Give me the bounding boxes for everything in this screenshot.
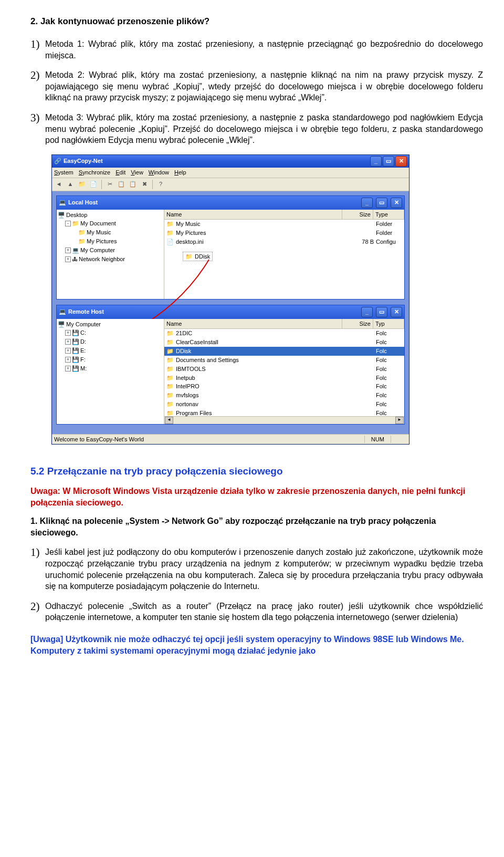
column-header[interactable]: Size [342, 210, 373, 220]
file-icon: 📁 [166, 347, 174, 355]
remote-columns: NameSizeTyp [164, 319, 404, 329]
tree-item[interactable]: - 📁 My Document [58, 219, 163, 228]
list-number: 1) [30, 37, 40, 51]
list-row[interactable]: 📁nortonavFolc [164, 400, 404, 409]
expand-icon[interactable]: + [65, 339, 71, 345]
delete-icon[interactable]: ✖ [140, 180, 149, 189]
expand-icon[interactable] [72, 239, 77, 244]
expand-icon[interactable]: + [65, 256, 71, 262]
column-header[interactable]: Name [164, 319, 342, 329]
tree-item[interactable]: 📁 My Pictures [58, 237, 163, 246]
window-title: EasyCopy-Net [61, 157, 369, 165]
tree-item[interactable]: 📁 My Music [58, 228, 163, 237]
menu-view[interactable]: View [131, 169, 143, 175]
method-item: 3)Metoda 3: Wybrać plik, który ma zostać… [30, 112, 483, 146]
child-minimize-button[interactable]: _ [361, 198, 373, 208]
tree-item[interactable]: + 💾 C: [58, 328, 163, 337]
child-close-button[interactable]: ✕ [391, 307, 402, 317]
tree-root[interactable]: 🖥️ My Computer [58, 320, 163, 329]
local-tree[interactable]: 🖥️ Desktop- 📁 My Document 📁 My Music 📁 M… [57, 210, 164, 299]
cut-icon[interactable]: ✂ [105, 180, 114, 189]
expand-icon[interactable]: + [65, 348, 71, 354]
tree-node-icon: 💻 [72, 246, 79, 254]
tree-node-icon: 📁 [78, 238, 86, 245]
child-close-button[interactable]: ✕ [391, 198, 402, 208]
expand-icon[interactable]: + [65, 357, 71, 363]
list-row[interactable]: 📁mvfslogsFolc [164, 391, 404, 400]
remote-list-body[interactable]: 📁21DICFolc📁ClearCaseInstallFolc📁DDiskFol… [164, 329, 404, 416]
new-file-icon[interactable]: 📄 [89, 180, 98, 189]
column-header[interactable]: Size [342, 319, 373, 329]
maximize-button[interactable]: ▭ [383, 156, 394, 167]
folder-icon[interactable]: 📁 [77, 180, 87, 189]
child-maximize-button[interactable]: ▭ [376, 307, 387, 317]
paste-icon[interactable]: 📋 [128, 180, 138, 189]
folder-icon: 📁 [185, 253, 193, 261]
remote-tree[interactable]: 🖥️ My Computer+ 💾 C:+ 💾 D:+ 💾 E:+ 💾 F:+ … [57, 319, 164, 424]
help-icon[interactable]: ? [156, 180, 165, 189]
section-heading: 2. Jak kontynuować przenoszenie plików? [30, 16, 483, 28]
child-maximize-button[interactable]: ▭ [376, 198, 387, 208]
expand-icon[interactable]: + [65, 247, 71, 253]
list-row[interactable]: 📁InetpubFolc [164, 374, 404, 383]
list-row[interactable]: 📁My PicturesFolder [164, 229, 404, 238]
tree-root[interactable]: 🖥️ Desktop [58, 211, 163, 220]
tree-item[interactable]: + 💾 D: [58, 337, 163, 346]
list-row[interactable]: 📁IntelPROFolc [164, 382, 404, 391]
list-number: 2) [30, 68, 40, 82]
menu-help[interactable]: Help [174, 169, 186, 175]
child-minimize-button[interactable]: _ [361, 307, 373, 317]
column-header[interactable]: Typ [373, 319, 404, 329]
column-header[interactable]: Name [164, 210, 342, 220]
titlebar: 🔗 EasyCopy-Net _ ▭ ✕ [52, 155, 409, 168]
scroll-left-icon[interactable]: ◄ [165, 417, 173, 424]
column-header[interactable]: Type [373, 210, 404, 220]
tree-item[interactable]: + 💾 E: [58, 346, 163, 355]
list-row[interactable]: 📁21DICFolc [164, 329, 404, 338]
drag-ghost: 📁 DDisk [183, 252, 213, 262]
status-text: Welcome to EasyCopy-Net's World [54, 436, 364, 443]
step-1: 1. Kliknąć na polecenie „System -> Netwo… [30, 515, 483, 538]
list-row[interactable]: 📁Documents and SettingsFolc [164, 356, 404, 365]
nav-up-icon[interactable]: ▲ [66, 180, 75, 189]
menu-edit[interactable]: Edit [116, 169, 125, 175]
file-icon: 📁 [166, 338, 174, 346]
list-row[interactable]: 📁DDiskFolc [164, 347, 404, 356]
close-button[interactable]: ✕ [395, 156, 407, 167]
app-icon: 🔗 [54, 157, 61, 165]
list-row[interactable]: 📄desktop.ini78 BConfigu [164, 238, 404, 246]
list-number: 1) [30, 545, 40, 560]
tree-node-icon: 📁 [72, 220, 79, 228]
list-row[interactable]: 📁IBMTOOLSFolc [164, 365, 404, 374]
remote-listview[interactable]: NameSizeTyp 📁21DICFolc📁ClearCaseInstallF… [164, 319, 404, 424]
expand-icon[interactable]: - [65, 221, 71, 226]
expand-icon[interactable]: + [65, 366, 71, 371]
scroll-right-icon[interactable]: ► [395, 417, 404, 424]
menu-synchronize[interactable]: Synchronize [79, 169, 111, 175]
local-titlebar: 💻 Local Host _ ▭ ✕ [57, 196, 404, 210]
remote-hscroll[interactable]: ◄ ► [164, 416, 404, 424]
file-icon: 📁 [166, 229, 174, 237]
menu-window[interactable]: Window [149, 169, 169, 175]
expand-icon[interactable] [72, 230, 77, 235]
menu-system[interactable]: System [54, 169, 74, 175]
list-row[interactable]: 📁ClearCaseInstallFolc [164, 338, 404, 347]
expand-icon[interactable]: + [65, 330, 71, 336]
tree-item[interactable]: + 💻 My Computer [58, 246, 163, 255]
tree-item[interactable]: + 🖧 Network Neighbor [58, 255, 163, 264]
tree-node-icon: 💾 [72, 365, 79, 373]
nav-back-icon[interactable]: ◄ [54, 180, 64, 189]
tree-item[interactable]: + 💾 F: [58, 355, 163, 364]
list-row[interactable]: 📁My MusicFolder [164, 220, 404, 229]
status-num: NUM [364, 436, 391, 443]
file-icon: 📁 [166, 383, 174, 390]
tree-node-icon: 💾 [72, 329, 79, 337]
minimize-button[interactable]: _ [370, 156, 382, 167]
copy-icon[interactable]: 📋 [117, 180, 126, 189]
tree-node-icon: 💾 [72, 356, 79, 364]
status-grip [391, 436, 407, 443]
warning-text: Uwaga: W Microsoft Windows Vista urządze… [30, 486, 483, 508]
list-row[interactable]: 📁Program FilesFolc [164, 409, 404, 416]
tree-item[interactable]: + 💾 M: [58, 364, 163, 373]
drag-label: DDisk [195, 253, 210, 261]
